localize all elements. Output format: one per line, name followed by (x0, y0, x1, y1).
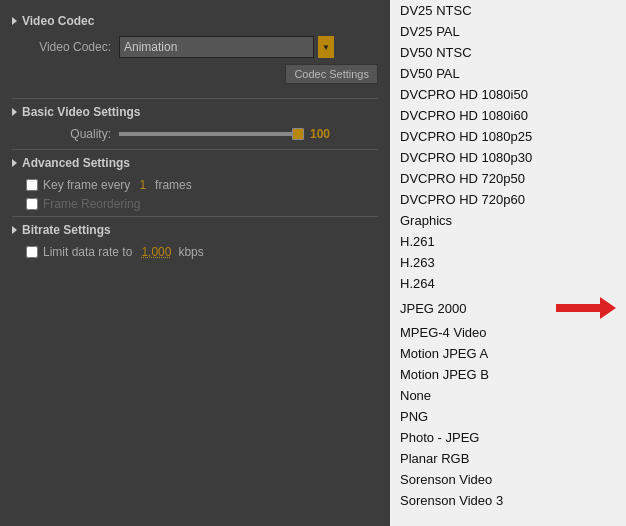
codec-item-label: Planar RGB (400, 451, 469, 466)
list-item[interactable]: Planar RGB (390, 448, 626, 469)
bitrate-limit-label: Limit data rate to (43, 245, 132, 259)
codec-item-label: DV25 PAL (400, 24, 460, 39)
list-item[interactable]: DVCPRO HD 720p60 (390, 189, 626, 210)
keyframe-value: 1 (139, 178, 146, 192)
codec-item-label: DV25 NTSC (400, 3, 472, 18)
bitrate-unit: kbps (178, 245, 203, 259)
quality-value: 100 (310, 127, 330, 141)
codec-item-label: Motion JPEG B (400, 367, 489, 382)
divider-2 (12, 149, 378, 150)
dropdown-arrow-icon[interactable] (318, 36, 334, 58)
bitrate-section-header: Bitrate Settings (12, 223, 378, 237)
basic-video-section-title: Basic Video Settings (22, 105, 140, 119)
codec-item-label: MPEG-4 Video (400, 325, 486, 340)
quality-row: Quality: 100 (12, 127, 378, 141)
codec-item-label: Sorenson Video 3 (400, 493, 503, 508)
triangle-icon-2 (12, 108, 17, 116)
list-item[interactable]: Motion JPEG B (390, 364, 626, 385)
list-item[interactable]: Sorenson Video 3 (390, 490, 626, 511)
keyframe-checkbox[interactable] (26, 179, 38, 191)
codec-item-label: None (400, 388, 431, 403)
quality-slider[interactable] (119, 132, 304, 136)
codec-item-label: DV50 PAL (400, 66, 460, 81)
codec-item-label: DVCPRO HD 720p60 (400, 192, 525, 207)
codec-item-label: DVCPRO HD 1080i50 (400, 87, 528, 102)
divider-1 (12, 98, 378, 99)
codec-item-label: H.263 (400, 255, 435, 270)
list-item[interactable]: H.263 (390, 252, 626, 273)
bitrate-row: Limit data rate to 1,000 kbps (12, 245, 378, 259)
list-item[interactable]: Motion JPEG A (390, 343, 626, 364)
advanced-section-header: Advanced Settings (12, 156, 378, 170)
quality-slider-container: 100 (119, 127, 330, 141)
list-item[interactable]: None (390, 385, 626, 406)
list-item[interactable]: DVCPRO HD 1080i50 (390, 84, 626, 105)
codec-item-label: Photo - JPEG (400, 430, 479, 445)
video-codec-section-header: Video Codec (12, 14, 378, 28)
codec-item-label: H.261 (400, 234, 435, 249)
divider-3 (12, 216, 378, 217)
quality-label: Quality: (26, 127, 111, 141)
list-item[interactable]: DVCPRO HD 1080p30 (390, 147, 626, 168)
list-item[interactable]: Sorenson Video (390, 469, 626, 490)
triangle-icon-4 (12, 226, 17, 234)
video-codec-section-title: Video Codec (22, 14, 94, 28)
triangle-icon-3 (12, 159, 17, 167)
codec-item-label: PNG (400, 409, 428, 424)
keyframe-unit: frames (155, 178, 192, 192)
codec-list: DV25 NTSCDV25 PALDV50 NTSCDV50 PALDVCPRO… (390, 0, 626, 511)
codec-item-label: Graphics (400, 213, 452, 228)
list-item[interactable]: DV50 PAL (390, 63, 626, 84)
frame-reorder-checkbox[interactable] (26, 198, 38, 210)
list-item[interactable]: H.261 (390, 231, 626, 252)
list-item[interactable]: MPEG-4 Video (390, 322, 626, 343)
list-item[interactable]: Photo - JPEG (390, 427, 626, 448)
red-arrow-icon (556, 297, 616, 319)
codec-item-label: JPEG 2000 (400, 301, 467, 316)
keyframe-label: Key frame every (43, 178, 130, 192)
video-codec-dropdown-container: Animation (119, 36, 378, 58)
codec-item-label: DVCPRO HD 720p50 (400, 171, 525, 186)
codec-dropdown-list[interactable]: DV25 NTSCDV25 PALDV50 NTSCDV50 PALDVCPRO… (390, 0, 626, 526)
list-item[interactable]: H.264 (390, 273, 626, 294)
left-panel: Video Codec Video Codec: Animation Codec… (0, 0, 390, 526)
codec-item-label: Sorenson Video (400, 472, 492, 487)
keyframe-row: Key frame every 1 frames (12, 178, 378, 192)
codec-item-label: DVCPRO HD 1080p25 (400, 129, 532, 144)
list-item[interactable]: DV50 NTSC (390, 42, 626, 63)
video-codec-label: Video Codec: (26, 40, 111, 54)
codec-settings-btn-row: Codec Settings (12, 64, 378, 90)
video-codec-dropdown[interactable]: Animation (119, 36, 314, 58)
codec-item-label: Motion JPEG A (400, 346, 488, 361)
codec-settings-button[interactable]: Codec Settings (285, 64, 378, 84)
bitrate-checkbox[interactable] (26, 246, 38, 258)
bitrate-value: 1,000 (141, 245, 171, 259)
codec-item-label: DVCPRO HD 1080i60 (400, 108, 528, 123)
video-codec-field-row: Video Codec: Animation (12, 36, 378, 58)
list-item[interactable]: DV25 NTSC (390, 0, 626, 21)
list-item[interactable]: DVCPRO HD 1080i60 (390, 105, 626, 126)
list-item[interactable]: Graphics (390, 210, 626, 231)
codec-item-label: H.264 (400, 276, 435, 291)
list-item[interactable]: JPEG 2000 (390, 294, 626, 322)
frame-reorder-row: Frame Reordering (12, 197, 378, 211)
codec-item-label: DVCPRO HD 1080p30 (400, 150, 532, 165)
advanced-section-title: Advanced Settings (22, 156, 130, 170)
triangle-icon (12, 17, 17, 25)
list-item[interactable]: DVCPRO HD 1080p25 (390, 126, 626, 147)
list-item[interactable]: DV25 PAL (390, 21, 626, 42)
list-item[interactable]: PNG (390, 406, 626, 427)
list-item[interactable]: DVCPRO HD 720p50 (390, 168, 626, 189)
frame-reorder-label: Frame Reordering (43, 197, 140, 211)
codec-item-label: DV50 NTSC (400, 45, 472, 60)
basic-video-section-header: Basic Video Settings (12, 105, 378, 119)
bitrate-section-title: Bitrate Settings (22, 223, 111, 237)
